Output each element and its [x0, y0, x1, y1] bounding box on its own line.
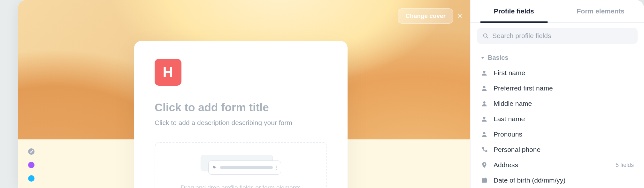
calendar-icon	[481, 177, 488, 184]
chevron-down-icon	[481, 56, 485, 60]
person-icon	[481, 115, 488, 122]
tab-form-elements-label: Form elements	[577, 7, 625, 15]
cursor-icon	[212, 165, 217, 170]
page-step-3[interactable]	[28, 175, 34, 182]
form-logo-letter: H	[163, 64, 173, 80]
profile-field-label: Pronouns	[494, 130, 634, 138]
profile-field-item[interactable]: First name	[477, 65, 638, 81]
person-icon	[481, 69, 488, 76]
person-icon	[481, 100, 488, 107]
profile-field-label: Date of birth (dd/mm/yy)	[494, 176, 634, 184]
profile-field-item[interactable]: Pronouns	[477, 127, 638, 142]
profile-field-label: Last name	[494, 115, 634, 123]
search-icon	[483, 33, 488, 39]
form-title-input[interactable]: Click to add form title	[155, 101, 327, 114]
profile-field-label: First name	[494, 69, 634, 77]
tab-profile-fields-label: Profile fields	[494, 7, 534, 15]
profile-field-label: Preferred first name	[494, 84, 634, 92]
form-pages-rail	[28, 148, 34, 188]
person-icon	[481, 85, 488, 92]
person-icon	[481, 131, 488, 138]
profile-field-item[interactable]: Last name	[477, 111, 638, 127]
panel-tabs: Profile fields Form elements	[471, 0, 644, 23]
profile-field-item[interactable]: Personal phone	[477, 142, 638, 157]
form-description-input[interactable]: Click to add a description describing yo…	[155, 119, 327, 127]
dropzone-text: Drag and drop profile fields or form ele…	[165, 184, 317, 188]
search-input[interactable]	[492, 32, 632, 40]
field-dropzone[interactable]: Drag and drop profile fields or form ele…	[155, 142, 327, 188]
profile-field-label: Address	[494, 161, 610, 169]
page-step-completed[interactable]	[28, 148, 34, 155]
change-cover-button[interactable]: Change cover	[398, 8, 453, 24]
change-cover-label: Change cover	[405, 12, 446, 19]
tab-profile-fields[interactable]: Profile fields	[471, 0, 557, 22]
phone-icon	[481, 146, 488, 153]
profile-field-item[interactable]: Address5 fields	[477, 157, 638, 173]
form-logo[interactable]: H	[155, 59, 181, 86]
profile-field-item[interactable]: Date of birth (dd/mm/yy)	[477, 173, 638, 188]
profile-field-item[interactable]: Preferred first name	[477, 81, 638, 96]
form-card: H Click to add form title Click to add a…	[134, 41, 348, 188]
form-editor: Change cover H Click to add form title C…	[18, 0, 470, 188]
section-basics-label: Basics	[488, 54, 509, 61]
dropzone-illustration	[201, 155, 281, 177]
section-basics-header[interactable]: Basics	[477, 53, 638, 63]
tab-form-elements[interactable]: Form elements	[557, 0, 644, 22]
pin-icon	[481, 161, 488, 168]
profile-field-meta: 5 fields	[616, 162, 634, 168]
profile-field-label: Personal phone	[494, 146, 634, 153]
remove-cover-icon[interactable]	[457, 14, 462, 18]
profile-field-item[interactable]: Middle name	[477, 96, 638, 111]
page-step-2[interactable]	[28, 162, 34, 168]
fields-panel: Profile fields Form elements Basics Firs…	[470, 0, 644, 188]
profile-field-label: Middle name	[494, 100, 634, 107]
form-description-placeholder: Click to add a description describing yo…	[155, 119, 292, 126]
form-title-placeholder: Click to add form title	[155, 101, 269, 114]
search-profile-fields[interactable]	[477, 28, 638, 44]
